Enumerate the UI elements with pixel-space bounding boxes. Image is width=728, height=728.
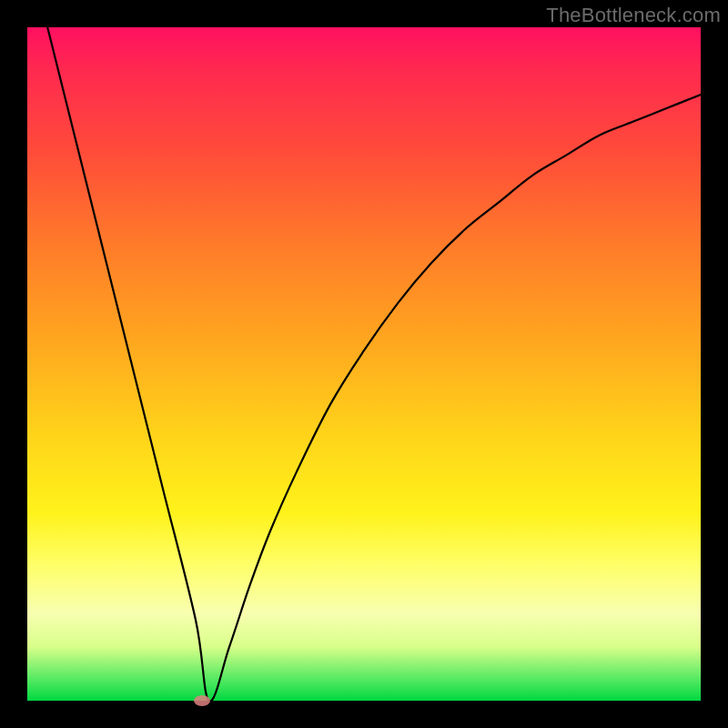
plot-area bbox=[27, 27, 701, 701]
watermark-text: TheBottleneck.com bbox=[546, 4, 721, 27]
curve-layer bbox=[27, 27, 701, 701]
bottleneck-curve bbox=[27, 0, 701, 701]
chart-frame: TheBottleneck.com bbox=[0, 0, 728, 728]
minimum-marker bbox=[194, 695, 210, 706]
